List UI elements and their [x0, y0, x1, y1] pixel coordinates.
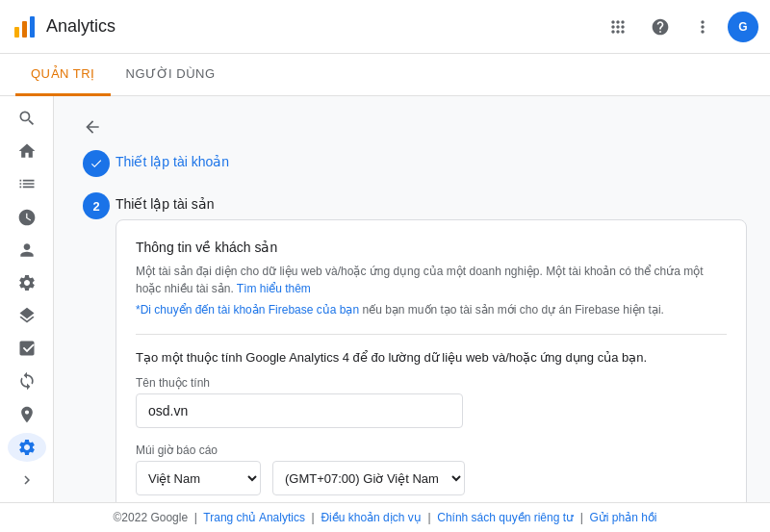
main-layout: Thiết lập tài khoản 2 Thiết lập tài sản …	[0, 96, 770, 502]
step-2-indicator: 2	[77, 192, 116, 502]
user-avatar-button[interactable]: G	[728, 12, 758, 42]
step-2-circle: 2	[83, 192, 110, 219]
timezone-country-group: Múi giờ báo cáo Việt Nam	[136, 443, 261, 495]
sidebar-configure[interactable]	[8, 268, 46, 297]
header: Analytics G	[0, 0, 770, 54]
timezone-row: Múi giờ báo cáo Việt Nam - (GMT+07:00) G…	[136, 443, 727, 495]
timezone-value-select[interactable]: (GMT+07:00) Giờ Việt Nam	[272, 461, 465, 495]
header-left: Analytics	[12, 13, 116, 40]
sidebar-explore[interactable]	[8, 334, 46, 363]
footer-copyright: ©2022 Google	[114, 511, 189, 524]
property-card: Thông tin về khách sản Một tài sản đại d…	[116, 219, 747, 502]
firebase-note: *Di chuyển đến tài khoản Firebase của bạ…	[136, 301, 727, 318]
nav-tabs: QUẢN TRỊ NGƯỜI DÙNG	[0, 54, 770, 96]
timezone-value-group: - (GMT+07:00) Giờ Việt Nam	[272, 443, 465, 495]
timezone-label: Múi giờ báo cáo	[136, 443, 261, 457]
header-right: G	[601, 10, 758, 44]
timezone-country-select[interactable]: Việt Nam	[136, 461, 261, 495]
sidebar-users[interactable]	[8, 236, 46, 265]
back-arrow-button[interactable]	[77, 112, 108, 142]
property-name-field: Tên thuộc tính	[136, 376, 727, 428]
sidebar	[0, 96, 54, 502]
help-button[interactable]	[643, 10, 678, 44]
step-1-circle	[83, 150, 110, 177]
sidebar-reports[interactable]	[8, 169, 46, 198]
more-options-button[interactable]	[685, 10, 720, 44]
sidebar-expand-button[interactable]	[8, 466, 46, 494]
step-2: 2 Thiết lập tài sản Thông tin về khách s…	[77, 192, 747, 502]
svg-rect-0	[14, 27, 19, 38]
apps-button[interactable]	[601, 10, 635, 44]
sidebar-integrations[interactable]	[8, 367, 46, 395]
app-title: Analytics	[46, 16, 116, 37]
step-2-title: Thiết lập tài sản	[116, 196, 747, 212]
analytics-logo-icon	[12, 13, 38, 40]
sidebar-realtime[interactable]	[8, 203, 46, 232]
card-description: Một tài sản đại diện cho dữ liệu web và/…	[136, 263, 727, 297]
footer-terms-link[interactable]: Điều khoản dịch vụ	[321, 511, 421, 524]
footer: ©2022 Google | Trang chủ Analytics | Điề…	[0, 502, 770, 532]
footer-feedback-link[interactable]: Gửi phản hồi	[589, 511, 656, 524]
firebase-link[interactable]: *Di chuyển đến tài khoản Firebase của bạ…	[136, 303, 359, 317]
step-1-content: Thiết lập tài khoản	[116, 150, 747, 177]
svg-rect-2	[30, 16, 35, 38]
svg-rect-1	[22, 21, 27, 38]
card-divider	[136, 334, 727, 335]
card-section-title: Thông tin về khách sản	[136, 240, 727, 255]
step-2-content: Thiết lập tài sản Thông tin về khách sản…	[116, 192, 747, 502]
step-1: Thiết lập tài khoản	[77, 150, 747, 177]
sidebar-home[interactable]	[8, 137, 46, 165]
sidebar-search[interactable]	[8, 104, 46, 133]
sidebar-settings[interactable]	[8, 433, 46, 462]
learn-more-link[interactable]: Tìm hiểu thêm	[237, 282, 311, 295]
tab-quan-tri[interactable]: QUẢN TRỊ	[15, 54, 111, 96]
content-area: Thiết lập tài khoản 2 Thiết lập tài sản …	[54, 96, 770, 502]
property-name-input[interactable]	[136, 393, 463, 428]
tab-nguoi-dung[interactable]: NGƯỜI DÙNG	[111, 54, 231, 96]
sidebar-layers[interactable]	[8, 301, 46, 330]
sidebar-location[interactable]	[8, 400, 46, 429]
step-1-title: Thiết lập tài khoản	[116, 154, 747, 169]
footer-privacy-link[interactable]: Chính sách quyền riêng tư	[437, 511, 574, 524]
property-name-label: Tên thuộc tính	[136, 376, 727, 390]
property-description: Tạo một thuộc tính Google Analytics 4 để…	[136, 350, 727, 365]
footer-analytics-link[interactable]: Trang chủ Analytics	[203, 511, 305, 524]
step-1-indicator	[77, 150, 116, 177]
